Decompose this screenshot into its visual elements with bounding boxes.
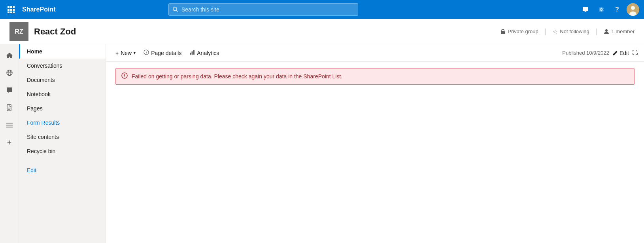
rail-list-icon[interactable] [2,117,17,133]
person-icon [604,29,609,34]
chevron-down-icon: ▾ [134,51,136,55]
edit-button[interactable]: Edit [612,50,629,56]
sidebar-nav: Home Conversations Documents Notebook Pa… [19,44,106,243]
command-bar-right: Published 10/9/2022 Edit [562,49,638,56]
svg-rect-8 [13,11,15,13]
brand-name[interactable]: SharePoint [22,6,55,13]
site-logo: RZ [9,22,28,41]
not-following-label: Not following [560,28,589,34]
sidebar-item-conversations[interactable]: Conversations [19,59,106,73]
sidebar-item-edit[interactable]: Edit [19,163,106,177]
svg-rect-6 [8,11,9,13]
members-count[interactable]: 1 member [604,28,635,34]
rail-add-icon[interactable]: + [2,135,17,150]
sidebar-item-notebook[interactable]: Notebook [19,87,106,101]
page-details-icon [144,49,149,56]
help-button[interactable]: ? [611,3,623,16]
sidebar-item-recycle-bin[interactable]: Recycle bin [19,144,106,158]
svg-rect-5 [13,9,15,11]
svg-rect-30 [193,50,195,55]
rail-home-icon[interactable] [2,47,17,63]
svg-rect-29 [192,51,193,55]
edit-icon [612,50,618,56]
sidebar-item-documents[interactable]: Documents [19,73,106,87]
page-details-button[interactable]: Page details [140,47,185,58]
svg-rect-23 [6,125,13,125]
user-avatar[interactable] [627,3,639,16]
site-title: React Zod [34,27,76,37]
sidebar-item-home[interactable]: Home [19,44,106,59]
waffle-menu-button[interactable] [5,3,17,16]
svg-rect-1 [10,6,12,8]
rail-chat-icon[interactable] [2,82,17,98]
comments-button[interactable] [579,3,592,16]
published-label: Published 10/9/2022 [562,50,609,56]
star-icon: ☆ [553,28,558,35]
error-banner: Failed on getting or parsing data. Pleas… [115,68,635,85]
error-message: Failed on getting or parsing data. Pleas… [132,73,342,80]
follow-button[interactable]: ☆ Not following [553,28,589,35]
svg-point-9 [173,7,177,11]
private-group-label: Private group [508,28,538,34]
rail-document-icon[interactable] [2,100,17,116]
svg-rect-4 [10,9,12,11]
search-container [168,3,358,16]
rail-globe-icon[interactable] [2,65,17,81]
svg-point-12 [631,6,635,10]
search-icon [173,7,178,12]
settings-button[interactable] [595,3,608,16]
site-header-right: Private group | ☆ Not following | 1 memb… [500,27,635,36]
members-label: 1 member [611,28,635,34]
search-input[interactable] [181,6,354,13]
svg-point-15 [605,29,608,32]
page-content: Failed on getting or parsing data. Pleas… [106,62,644,243]
command-bar: + New ▾ Page details [106,44,644,62]
analytics-button[interactable]: Analytics [186,47,222,58]
site-header: RZ React Zod Private group | ☆ Not follo… [0,19,644,44]
private-group-badge: Private group [500,28,538,34]
svg-rect-7 [10,11,12,13]
error-icon [121,72,128,80]
sidebar-item-form-results[interactable]: Form Results [19,116,106,130]
main-layout: + Home Conversations Documents Notebook … [0,44,644,243]
svg-rect-2 [13,6,15,8]
sidebar-item-site-contents[interactable]: Site contents [19,130,106,144]
svg-point-33 [124,76,125,77]
top-nav-right: ? [579,3,639,16]
analytics-icon [189,49,195,56]
svg-rect-24 [6,127,13,127]
svg-rect-19 [7,104,11,111]
new-button[interactable]: + New ▾ [112,48,139,58]
lock-icon [500,29,506,34]
content-area: + New ▾ Page details [106,44,644,243]
svg-rect-22 [6,123,13,123]
plus-icon: + [115,50,119,56]
fullscreen-button[interactable] [632,49,638,56]
svg-rect-14 [501,31,505,34]
svg-rect-28 [190,53,191,55]
top-navigation: SharePoint ? [0,0,644,19]
svg-rect-0 [8,6,9,8]
svg-line-10 [176,10,178,12]
svg-point-27 [146,51,147,51]
svg-rect-3 [8,9,9,11]
sidebar-item-pages[interactable]: Pages [19,101,106,116]
left-rail: + [0,44,19,243]
